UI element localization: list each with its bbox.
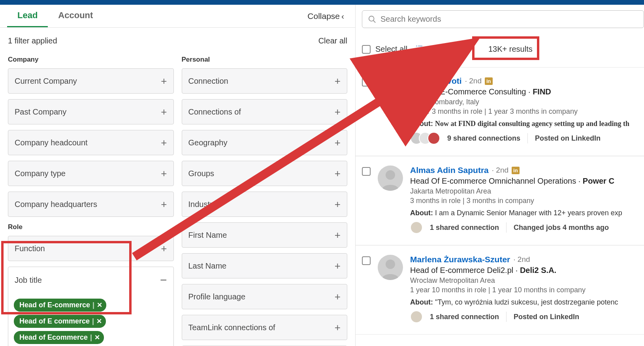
filter-teamlink-connections-of[interactable]: TeamLink connections of+	[182, 315, 348, 340]
filter-connections-of[interactable]: Connections of+	[182, 99, 348, 124]
result-item: Almas Adin Saputra · 2nd in Head Of E-co…	[356, 157, 644, 245]
plus-icon: +	[335, 168, 341, 179]
divider	[506, 312, 507, 322]
shared-avatars	[410, 310, 423, 323]
filter-groups[interactable]: Groups+	[182, 161, 348, 186]
annotation-box-results	[472, 36, 539, 60]
filter-company-headcount[interactable]: Company headcount+	[8, 130, 174, 155]
svg-point-10	[386, 260, 395, 269]
filter-label: Past Company	[15, 107, 66, 117]
search-icon	[368, 15, 377, 24]
plus-icon: +	[161, 137, 167, 148]
filter-company-type[interactable]: Company type+	[8, 161, 174, 186]
plus-icon: +	[161, 76, 167, 86]
select-all-checkbox[interactable]	[362, 45, 371, 54]
filter-label: Geography	[188, 138, 228, 147]
select-all[interactable]: Select all	[362, 45, 407, 54]
pill-label: Head of E commerce	[19, 317, 90, 325]
filter-label: Company type	[15, 169, 66, 178]
clear-all-button[interactable]: Clear all	[318, 36, 347, 45]
mini-avatar	[427, 132, 440, 145]
search-input[interactable]	[380, 15, 638, 24]
result-item: Marlena Żurawska-Szuter · 2nd Head of E-…	[356, 246, 644, 335]
result-degree: · 2nd	[513, 255, 530, 264]
chevron-left-icon: ‹	[341, 11, 344, 21]
filter-first-name[interactable]: First Name+	[182, 222, 348, 248]
filter-profile-language[interactable]: Profile language+	[182, 284, 348, 309]
result-location: Jakarta Metropolitan Area	[410, 187, 638, 196]
shared-connections[interactable]: 1 shared connection	[430, 224, 499, 232]
svg-rect-5	[418, 48, 422, 49]
result-name[interactable]: Mattia Devoti	[410, 76, 462, 86]
svg-rect-6	[416, 50, 417, 51]
pill-remove-icon[interactable]: ✕	[96, 317, 102, 325]
in-badge-icon: in	[485, 77, 493, 85]
result-location: Milan, Lombardy, Italy	[410, 98, 638, 106]
list-icon	[415, 44, 423, 54]
filter-current-company[interactable]: Current Company+	[8, 68, 174, 94]
result-checkbox[interactable]	[362, 256, 371, 265]
job-title-pill: Head of Ecommerce|✕	[14, 331, 104, 344]
filter-label: Connection	[188, 77, 228, 86]
filter-connection[interactable]: Connection+	[182, 68, 348, 94]
tab-account[interactable]: Account	[48, 5, 103, 27]
filter-industry[interactable]: Industry+	[182, 192, 348, 217]
filter-past-company[interactable]: Past Company+	[8, 99, 174, 124]
filter-label: Company headquarters	[15, 200, 97, 209]
filter-company-headquarters[interactable]: Company headquarters+	[8, 192, 174, 217]
save-to-list-label: Save to list	[426, 45, 464, 54]
result-action[interactable]: Posted on LinkedIn	[535, 134, 601, 143]
tab-lead[interactable]: Lead	[7, 5, 48, 27]
filters-applied-label: 1 filter applied	[8, 36, 57, 45]
mini-avatar	[410, 221, 423, 234]
result-name[interactable]: Almas Adin Saputra	[410, 165, 489, 175]
shared-avatars	[410, 221, 423, 234]
plus-icon: +	[335, 291, 341, 302]
result-degree: · 2nd	[492, 166, 508, 175]
avatar[interactable]	[378, 165, 403, 191]
filter-last-name[interactable]: Last Name+	[182, 253, 348, 278]
plus-icon: +	[335, 230, 341, 240]
result-tenure: 1 year 10 months in role | 1 year 10 mon…	[410, 286, 638, 294]
filter-label: Current Company	[15, 77, 77, 86]
collapse-button[interactable]: Collapse ‹	[307, 11, 348, 21]
divider	[527, 133, 528, 143]
shared-avatars	[410, 132, 440, 145]
top-bar	[0, 0, 644, 5]
plus-icon: +	[161, 168, 167, 179]
result-about: About: Now at FIND digital consulting ag…	[410, 120, 638, 128]
plus-icon: +	[161, 107, 167, 117]
svg-point-8	[386, 81, 395, 90]
tabs: Lead Account Collapse ‹	[0, 5, 355, 28]
plus-icon: +	[335, 322, 341, 333]
filter-label: Connections of	[188, 107, 241, 117]
plus-icon: +	[161, 243, 167, 254]
result-checkbox[interactable]	[362, 167, 371, 176]
result-tenure: 1 year 3 months in role | 1 year 3 month…	[410, 107, 638, 116]
avatar[interactable]	[378, 76, 403, 102]
svg-rect-7	[418, 50, 422, 51]
result-checkbox[interactable]	[362, 78, 371, 86]
filter-label: Company headcount	[15, 138, 88, 147]
shared-connections[interactable]: 1 shared connection	[430, 313, 499, 321]
avatar[interactable]	[378, 255, 403, 280]
result-action[interactable]: Changed jobs 4 months ago	[514, 224, 609, 232]
svg-rect-3	[418, 45, 422, 47]
job-title-pill: Head of E commerce|✕	[14, 315, 106, 328]
filter-geography[interactable]: Geography+	[182, 130, 348, 155]
section-company: Company	[8, 56, 174, 64]
shared-connections[interactable]: 9 shared connections	[447, 134, 520, 143]
filter-label: Profile language	[188, 292, 246, 301]
result-about: About: "Tym, co wyróżnia ludzi sukcesu, …	[410, 298, 638, 307]
filter-label: Groups	[188, 169, 215, 178]
result-action[interactable]: Posted on LinkedIn	[514, 313, 579, 321]
result-title: Head of E-commerce Deli2.pl · Deli2 S.A.	[410, 266, 638, 275]
svg-rect-4	[416, 48, 417, 49]
search-bar[interactable]	[362, 10, 644, 28]
filter-summary: 1 filter applied Clear all	[0, 28, 355, 49]
pill-label: Head of Ecommerce	[19, 333, 88, 342]
result-about: About: I am a Dynamic Senior Manager wit…	[410, 209, 638, 217]
collapse-label: Collapse	[307, 11, 340, 21]
pill-remove-icon[interactable]: ✕	[94, 333, 100, 342]
result-name[interactable]: Marlena Żurawska-Szuter	[410, 255, 510, 264]
